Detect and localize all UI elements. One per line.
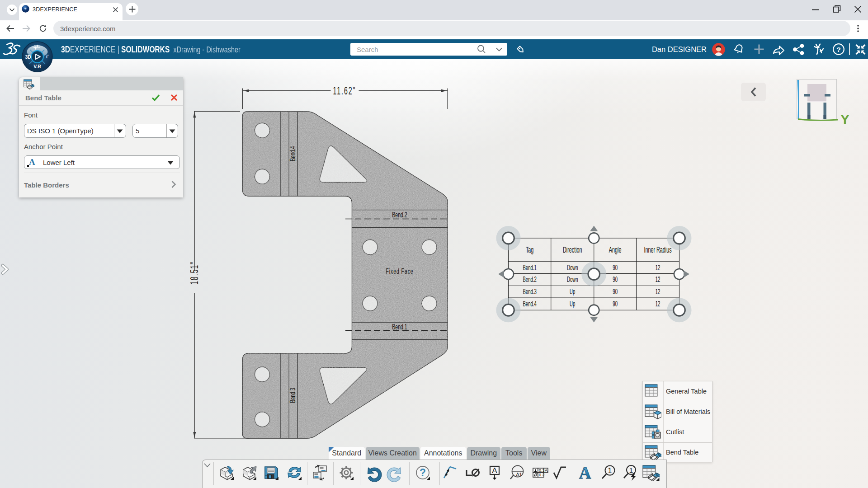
- svg-text:11.62": 11.62": [333, 85, 356, 96]
- svg-text:12: 12: [656, 300, 660, 308]
- svg-text:Up: Up: [570, 287, 575, 296]
- svg-text:90: 90: [613, 276, 618, 284]
- svg-text:A: A: [545, 468, 547, 473]
- svg-text:Bend.2: Bend.2: [392, 211, 407, 219]
- svg-text:A1: A1: [516, 472, 522, 477]
- svg-text:A: A: [579, 464, 591, 482]
- svg-text:?: ?: [836, 46, 840, 53]
- svg-text:A: A: [29, 157, 35, 167]
- svg-text:3D: 3D: [25, 54, 32, 60]
- svg-text:0.2: 0.2: [539, 473, 545, 477]
- svg-text:Down: Down: [567, 276, 578, 284]
- svg-text:i′: i′: [46, 54, 49, 59]
- svg-text:?: ?: [420, 467, 426, 479]
- svg-text:12: 12: [656, 287, 660, 296]
- svg-text:Bend.3: Bend.3: [289, 388, 297, 403]
- svg-text:V.R: V.R: [33, 64, 41, 69]
- svg-text:Bend.1: Bend.1: [392, 323, 407, 331]
- svg-text:Fixed Face: Fixed Face: [386, 267, 413, 276]
- svg-text:0.3: 0.3: [539, 468, 545, 473]
- svg-text:Tag: Tag: [526, 245, 533, 254]
- svg-text:90: 90: [613, 300, 618, 308]
- svg-text:90: 90: [613, 263, 618, 272]
- svg-text:18.51": 18.51": [189, 261, 200, 285]
- svg-text:A: A: [492, 466, 497, 475]
- svg-text:90: 90: [613, 287, 618, 296]
- svg-text:Angle: Angle: [609, 245, 622, 254]
- svg-text:Down: Down: [567, 263, 578, 272]
- svg-text:Direction: Direction: [563, 245, 582, 254]
- svg-text:Y: Y: [840, 112, 849, 126]
- svg-text:Bend.1: Bend.1: [523, 263, 536, 272]
- svg-text:Bend.2: Bend.2: [523, 276, 536, 284]
- svg-text:Up: Up: [570, 300, 575, 308]
- svg-text:Bend.3: Bend.3: [523, 287, 536, 296]
- svg-text:Bend.4: Bend.4: [523, 300, 536, 308]
- svg-text:1: 1: [608, 467, 612, 474]
- svg-text:Bend.4: Bend.4: [289, 146, 297, 161]
- svg-text:1: 1: [629, 466, 632, 474]
- svg-text:Inner Radius: Inner Radius: [644, 245, 671, 254]
- svg-text:12: 12: [656, 263, 660, 272]
- svg-text:12: 12: [656, 276, 660, 284]
